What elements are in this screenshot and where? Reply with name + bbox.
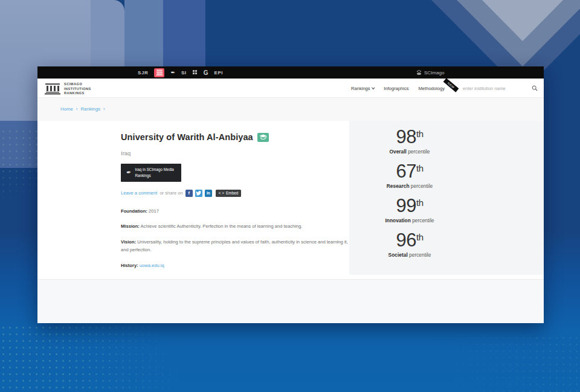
stat-research: 67th Research percentile <box>349 161 470 189</box>
history-link[interactable]: uowa.edu.iq <box>140 263 164 268</box>
quill-icon: ✒ <box>126 170 131 176</box>
breadcrumb-rankings[interactable]: Rankings <box>80 106 100 112</box>
paw-icon <box>417 72 421 75</box>
columns-icon <box>45 83 60 95</box>
stat-value: 98th <box>349 126 470 148</box>
stat-innovation: 99th Innovation percentile <box>349 195 470 223</box>
breadcrumb: Home › Rankings › <box>37 98 544 112</box>
site-header: SCIMAGO INSTITUTIONS RANKINGS Rankings I… <box>37 79 544 98</box>
stat-label: Overall percentile <box>349 149 470 155</box>
share-row: Leave a comment or share on f in < > Emb… <box>121 190 349 197</box>
leave-comment-link[interactable]: Leave a comment <box>121 190 157 196</box>
stat-value: 99th <box>349 195 470 217</box>
nav-rankings[interactable]: Rankings <box>351 86 374 91</box>
epi-link[interactable]: EPI <box>214 70 223 76</box>
sir-logo[interactable]: SCIMAGO INSTITUTIONS RANKINGS <box>45 82 91 96</box>
page-title: University of Warith Al-Anbiyaa <box>121 132 253 142</box>
stat-value: 67th <box>349 161 470 182</box>
twitter-icon[interactable] <box>195 190 202 197</box>
content-area: University of Warith Al-Anbiyaa Iraq ✒ I… <box>37 121 544 279</box>
field-vision: Vision: Universality, holding to the sup… <box>121 238 349 254</box>
scimago-label: SCImago <box>424 70 444 76</box>
field-mission: Mission: Achieve scientific Authenticity… <box>121 222 349 230</box>
breadcrumb-separator: › <box>76 106 78 112</box>
grid-icon[interactable] <box>193 70 198 75</box>
main-nav: Rankings Infographics Methodology NEW <box>351 79 538 98</box>
code-icon: < > <box>219 191 224 195</box>
media-rankings-icon[interactable]: ✒ <box>170 70 175 76</box>
share-on-label: or share on <box>160 190 182 196</box>
background-band <box>124 0 163 68</box>
network-links: SJR ✒ SI G EPI <box>138 68 223 77</box>
dot-pattern <box>0 324 260 392</box>
percentile-panel: 98th Overall percentile 67th Research pe… <box>349 121 544 275</box>
title-row: University of Warith Al-Anbiyaa <box>121 132 349 142</box>
institution-card: University of Warith Al-Anbiyaa Iraq ✒ I… <box>37 121 349 279</box>
background-band <box>91 0 124 68</box>
stat-label: Research percentile <box>349 183 470 189</box>
sjr-link[interactable]: SJR <box>138 70 148 76</box>
breadcrumb-bar: Home › Rankings › <box>37 98 544 121</box>
page-footer-area <box>37 279 544 323</box>
si-link[interactable]: SI <box>181 70 187 76</box>
chevron-down-icon <box>372 86 375 89</box>
scimago-home-link[interactable]: SCImago <box>417 70 444 76</box>
stat-value: 96th <box>349 230 470 251</box>
dot-pattern <box>381 335 580 392</box>
embed-button[interactable]: < > Embed <box>216 190 242 197</box>
higher-education-badge <box>257 133 269 142</box>
browser-page: SJR ✒ SI G EPI SCImago <box>37 66 544 323</box>
country-label: Iraq <box>121 150 349 156</box>
google-g-icon[interactable]: G <box>204 69 208 76</box>
facebook-icon[interactable]: f <box>185 190 193 197</box>
columns-icon <box>156 69 163 76</box>
nav-methodology[interactable]: Methodology NEW <box>419 86 445 91</box>
institution-details: Foundation: 2017 Mission: Achieve scient… <box>121 207 349 270</box>
stat-overall: 98th Overall percentile <box>349 126 470 155</box>
linkedin-icon[interactable]: in <box>205 190 212 197</box>
nav-infographics[interactable]: Infographics <box>384 86 408 91</box>
scimago-network-bar: SJR ✒ SI G EPI SCImago <box>37 66 544 79</box>
stat-societal: 96th Societal percentile <box>349 230 470 258</box>
new-badge: NEW <box>443 78 459 92</box>
search-icon[interactable] <box>532 85 538 91</box>
breadcrumb-home[interactable]: Home <box>60 106 73 112</box>
field-history: History: uowa.edu.iq <box>121 262 349 269</box>
background-band <box>163 0 205 68</box>
field-foundation: Foundation: 2017 <box>121 207 349 215</box>
search-input[interactable] <box>463 86 522 91</box>
sir-active-icon[interactable] <box>154 68 164 77</box>
dot-pattern <box>0 128 37 210</box>
media-rankings-button[interactable]: ✒ Iraq in SCImago Media Rankings <box>121 164 181 182</box>
logo-text: SCIMAGO INSTITUTIONS RANKINGS <box>64 82 91 96</box>
stat-label: Innovation percentile <box>349 217 470 223</box>
breadcrumb-separator: › <box>103 106 105 112</box>
graduation-cap-icon <box>259 134 267 141</box>
stat-label: Societal percentile <box>349 252 470 258</box>
